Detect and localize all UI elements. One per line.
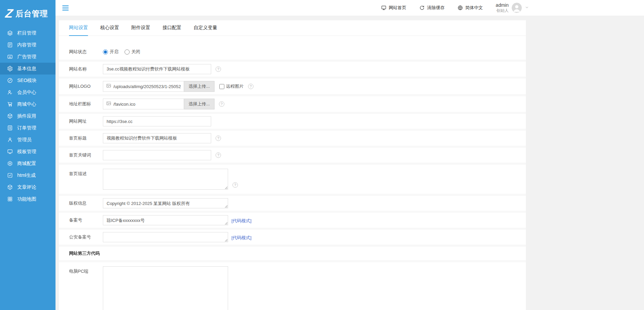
tab-custom-variables[interactable]: 自定义变量: [194, 20, 217, 36]
sidebar-item-comments[interactable]: 文章评论: [0, 181, 55, 193]
field-label: 首页关键词: [69, 152, 103, 158]
sidebar-item-basic-info[interactable]: 基本信息: [0, 63, 55, 75]
sidebar-item-html-gen[interactable]: html生成: [0, 169, 55, 181]
field-label: 网站LOGO: [69, 83, 103, 89]
field-label: 首页描述: [69, 171, 103, 177]
cube-icon: [7, 113, 13, 119]
app-logo[interactable]: Z 后台管理: [0, 0, 55, 27]
field-label: 网站网址: [69, 118, 103, 124]
site-settings-form: 网站状态 开启 关闭 网站名称 ? 网站LOGO 选择上传...: [59, 36, 526, 310]
help-icon[interactable]: ?: [216, 66, 221, 72]
sidebar-item-label: SEO模块: [17, 78, 37, 84]
radio-site-on-input[interactable]: [103, 49, 108, 55]
user-menu[interactable]: admin 创始人: [496, 2, 529, 14]
row-site-name: 网站名称 ?: [59, 60, 526, 77]
image-icon: [106, 101, 111, 107]
avatar: [512, 3, 522, 13]
favicon-upload-button[interactable]: 选择上传...: [184, 99, 215, 109]
tab-api-config[interactable]: 接口配置: [162, 20, 181, 36]
sidebar-item-label: 基本信息: [17, 66, 36, 72]
help-icon[interactable]: ?: [219, 101, 224, 107]
radio-site-on[interactable]: 开启: [103, 49, 118, 55]
help-icon[interactable]: ?: [216, 136, 221, 141]
row-pc-code: 电脑PC端: [59, 260, 526, 310]
sidebar-item-feature-map[interactable]: 功能地图: [0, 193, 55, 205]
favicon-input-wrap: [103, 99, 184, 109]
help-icon[interactable]: ?: [232, 182, 238, 188]
row-site-logo: 网站LOGO 选择上传... 远程图片 ?: [59, 77, 526, 94]
sidebar-item-plugins[interactable]: 插件应用: [0, 110, 55, 122]
site-logo-input[interactable]: [113, 82, 181, 91]
sidebar-item-templates[interactable]: 模板管理: [0, 146, 55, 158]
site-name-input[interactable]: [103, 64, 211, 74]
grid-icon: [7, 196, 13, 202]
site-url-input[interactable]: [103, 116, 211, 126]
username: admin: [496, 2, 509, 8]
home-keywords-input[interactable]: [103, 150, 211, 160]
tab-attachment-settings[interactable]: 附件设置: [131, 20, 150, 36]
order-list-icon: [7, 125, 13, 131]
cube-icon: [7, 184, 13, 190]
help-icon[interactable]: ?: [248, 84, 253, 89]
clear-cache-label: 清除缓存: [427, 5, 445, 11]
remote-image-checkbox[interactable]: [219, 84, 224, 89]
sidebar-item-label: 模板管理: [17, 149, 36, 155]
sidebar-item-label: 内容管理: [17, 42, 36, 48]
image-icon: [106, 83, 111, 90]
icp-textarea[interactable]: 琼ICP备xxxxxxxx号: [103, 215, 228, 225]
home-title-input[interactable]: [103, 133, 211, 143]
sidebar-item-label: 插件应用: [17, 113, 36, 119]
clear-cache-button[interactable]: 清除缓存: [419, 5, 445, 11]
language-label: 简体中文: [465, 5, 483, 11]
seo-pen-circle-icon: [7, 78, 13, 83]
member-icon: [7, 89, 13, 95]
copyright-textarea[interactable]: Copyright © 2012-2025 某某网站 版权所有: [103, 198, 228, 208]
sidebar-item-seo[interactable]: SEO模块: [0, 75, 55, 86]
sidebar: Z 后台管理 栏目管理 内容管理 广告管理 基本信息 SEO模块 会员中心: [0, 0, 55, 310]
sidebar-item-members[interactable]: 会员中心: [0, 86, 55, 98]
field-label: 网站名称: [69, 66, 103, 72]
logo-upload-button[interactable]: 选择上传...: [184, 81, 215, 92]
sidebar-item-orders[interactable]: 订单管理: [0, 122, 55, 134]
sidebar-item-columns[interactable]: 栏目管理: [0, 27, 55, 39]
sidebar-item-mall[interactable]: 商城中心: [0, 98, 55, 110]
field-label: 备案号: [69, 217, 103, 223]
language-switcher[interactable]: 简体中文: [458, 5, 483, 11]
row-site-url: 网站网址: [59, 112, 526, 129]
row-copyright: 版权信息 Copyright © 2012-2025 某某网站 版权所有: [59, 194, 526, 211]
pc-code-textarea[interactable]: [103, 266, 228, 310]
check-square-icon: [7, 172, 13, 178]
checkbox-label: 远程图片: [226, 83, 244, 89]
ad-icon: [7, 54, 13, 60]
layers-icon: [7, 30, 13, 36]
police-icp-textarea[interactable]: [103, 232, 228, 242]
hexagon-gear-icon: [7, 161, 13, 166]
tab-core-settings[interactable]: 核心设置: [100, 20, 119, 36]
row-home-title: 首页标题 ?: [59, 129, 526, 146]
chevron-down-icon: [525, 5, 529, 11]
sidebar-item-admins[interactable]: 管理员: [0, 134, 55, 146]
sidebar-item-content[interactable]: 内容管理: [0, 39, 55, 51]
home-description-textarea[interactable]: [103, 169, 228, 190]
gear-icon: [7, 66, 13, 71]
sidebar-item-mall-config[interactable]: 商城配置: [0, 158, 55, 169]
remote-image-label[interactable]: 远程图片: [219, 83, 244, 89]
section-title: 网站第三方代码: [69, 250, 100, 256]
sidebar-item-label: 广告管理: [17, 54, 36, 60]
site-status-radio-group: 开启 关闭: [103, 49, 140, 55]
monitor-icon: [7, 149, 13, 154]
settings-card: 网站设置 核心设置 附件设置 接口配置 自定义变量 网站状态 开启 关闭 网站名…: [59, 20, 526, 310]
hamburger-menu-icon[interactable]: [62, 4, 69, 12]
favicon-input[interactable]: [113, 99, 181, 109]
radio-site-off-input[interactable]: [125, 49, 130, 55]
help-icon[interactable]: ?: [216, 152, 221, 158]
main-content: 网站设置 核心设置 附件设置 接口配置 自定义变量 网站状态 开启 关闭 网站名…: [55, 16, 644, 310]
site-home-link[interactable]: 网站首页: [381, 5, 406, 11]
remote-image-checkbox-wrap: 远程图片: [219, 83, 244, 89]
person-icon: [7, 137, 13, 143]
icp-code-mode-link[interactable]: [代码模式]: [231, 218, 251, 224]
police-icp-code-mode-link[interactable]: [代码模式]: [231, 235, 251, 241]
radio-site-off[interactable]: 关闭: [125, 49, 140, 55]
sidebar-item-ads[interactable]: 广告管理: [0, 51, 55, 63]
tab-site-settings[interactable]: 网站设置: [69, 20, 88, 36]
